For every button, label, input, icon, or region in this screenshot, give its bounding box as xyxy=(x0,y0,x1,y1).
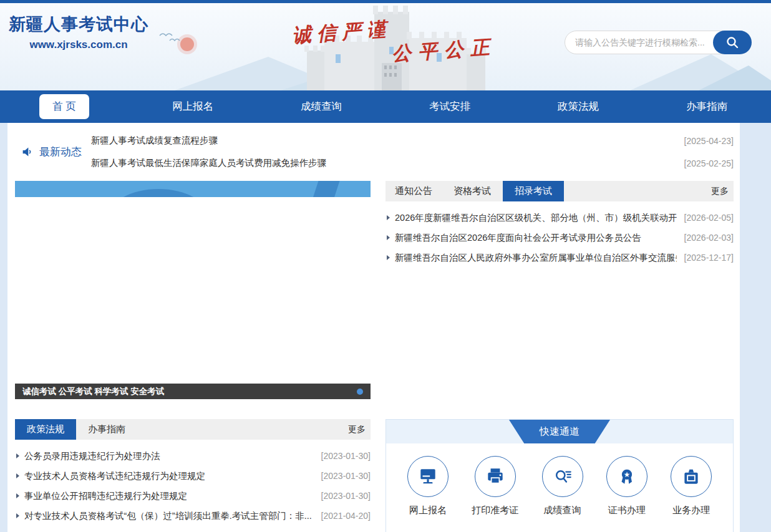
carousel-indicator-dot[interactable] xyxy=(357,389,363,395)
list-item: 公务员录用违规违纪行为处理办法 [2023-01-30] xyxy=(16,446,371,466)
bullet-triangle-icon xyxy=(16,453,19,458)
news-date: [2023-01-30] xyxy=(321,471,371,481)
news-date: [2023-01-30] xyxy=(321,491,371,501)
latest-news-header: 最新动态 xyxy=(15,145,91,159)
medal-icon: ★ xyxy=(616,466,638,487)
nav-item-label: 成绩查询 xyxy=(301,100,342,114)
main-navigation: 首 页 网上报名 成绩查询 考试安排 政策法规 办事指南 xyxy=(0,90,771,123)
notice-panel: 通知公告 资格考试 招录考试 更多 2026年度新疆维吾尔自治区区级机关、部分地… xyxy=(385,181,734,399)
nav-item-exam-schedule[interactable]: 考试安排 xyxy=(385,90,514,123)
quick-channel-title-badge: 快速通道 xyxy=(509,420,610,443)
tab-qualification-exams[interactable]: 资格考试 xyxy=(444,181,500,201)
nav-item-home[interactable]: 首 页 xyxy=(0,90,128,123)
printer-icon xyxy=(485,466,506,487)
news-link[interactable]: 对专业技术人员资格考试“包（保）过”培训须出重拳.考试主管部门：非... xyxy=(24,510,314,522)
news-date: [2023-01-30] xyxy=(321,451,371,461)
tab-policies[interactable]: 政策法规 xyxy=(15,419,76,440)
list-item: 新疆维吾尔自治区人民政府外事办公室所属事业单位自治区外事交流服务... [202… xyxy=(387,248,734,268)
news-date: [2025-12-17] xyxy=(684,253,734,263)
search-button[interactable] xyxy=(713,31,752,54)
news-link[interactable]: 公务员录用违规违纪行为处理办法 xyxy=(24,450,314,462)
news-link[interactable]: 事业单位公开招聘违纪违规行为处理规定 xyxy=(24,490,314,502)
latest-news-section: 最新动态 新疆人事考试成绩复查流程步骤 [2025-04-23] 新疆人事考试最… xyxy=(15,123,734,181)
policy-more-link[interactable]: 更多 xyxy=(343,419,371,440)
site-header: 新疆人事考试中心 www.xjrsks.com.cn 诚信严谨 公平公正 xyxy=(0,3,771,90)
site-logo[interactable]: 新疆人事考试中心 www.xjrsks.com.cn xyxy=(9,13,148,51)
notice-more-link[interactable]: 更多 xyxy=(706,181,734,201)
notice-tabbar: 通知公告 资格考试 招录考试 更多 xyxy=(385,181,734,201)
nav-item-service-guide[interactable]: 办事指南 xyxy=(642,90,771,123)
nav-item-label: 网上报名 xyxy=(172,100,213,114)
nav-item-online-registration[interactable]: 网上报名 xyxy=(128,90,257,123)
quick-channel-panel: 快速通道 网上报名 xyxy=(385,419,734,532)
quick-circle: ★ xyxy=(606,456,647,497)
bullet-triangle-icon xyxy=(16,473,19,478)
main-content: 最新动态 新疆人事考试成绩复查流程步骤 [2025-04-23] 新疆人事考试最… xyxy=(7,123,740,532)
carousel-image-shape xyxy=(308,181,341,197)
bullet-triangle-icon xyxy=(16,493,19,498)
news-link[interactable]: 新疆维吾尔自治区2026年度面向社会公开考试录用公务员公告 xyxy=(395,232,677,244)
quick-link-print-admission-ticket[interactable]: 打印准考证 xyxy=(472,456,518,516)
latest-news-list: 新疆人事考试成绩复查流程步骤 [2025-04-23] 新疆人事考试最低生活保障… xyxy=(91,130,734,175)
quick-channel-title: 快速通道 xyxy=(540,425,579,438)
quick-link-label: 成绩查询 xyxy=(544,505,581,516)
list-item: 专业技术人员资格考试违纪违规行为处理规定 [2023-01-30] xyxy=(16,466,371,486)
svg-text:★: ★ xyxy=(624,470,630,478)
tab-notices[interactable]: 通知公告 xyxy=(385,181,442,201)
news-link[interactable]: 新疆人事考试最低生活保障家庭人员考试费用减免操作步骤 xyxy=(91,157,326,169)
monitor-icon xyxy=(417,466,439,487)
search-bar xyxy=(565,31,752,54)
quick-channel-items: 网上报名 打印准考证 xyxy=(386,443,733,516)
news-link[interactable]: 2026年度新疆维吾尔自治区区级机关、部分地（州、市）级机关联动开... xyxy=(395,212,677,224)
quick-circle xyxy=(671,456,712,497)
tab-service-guide[interactable]: 办事指南 xyxy=(79,419,135,440)
carousel-caption: 诚信考试 公平考试 科学考试 安全考试 xyxy=(22,386,164,397)
nav-item-label: 考试安排 xyxy=(429,100,470,114)
quick-circle xyxy=(542,456,583,497)
quick-link-label: 打印准考证 xyxy=(472,505,518,516)
tab-recruitment-exams[interactable]: 招录考试 xyxy=(503,181,564,201)
banner-carousel[interactable]: 诚信考试 公平考试 科学考试 安全考试 xyxy=(15,181,371,399)
quick-circle xyxy=(475,456,516,497)
bullet-triangle-icon xyxy=(387,235,390,240)
list-item: 2026年度新疆维吾尔自治区区级机关、部分地（州、市）级机关联动开... [20… xyxy=(387,208,734,228)
news-date: [2025-02-25] xyxy=(684,158,734,168)
site-url: www.xjrsks.com.cn xyxy=(9,39,148,51)
quick-link-label: 网上报名 xyxy=(409,505,447,516)
news-date: [2026-02-05] xyxy=(684,213,734,223)
nav-item-policies[interactable]: 政策法规 xyxy=(514,90,642,123)
quick-link-business-service[interactable]: 业务办理 xyxy=(671,456,712,516)
quick-link-online-registration[interactable]: 网上报名 xyxy=(407,456,449,516)
policy-list: 公务员录用违规违纪行为处理办法 [2023-01-30] 专业技术人员资格考试违… xyxy=(15,440,371,526)
news-date: [2026-02-03] xyxy=(684,233,734,243)
list-item: 新疆维吾尔自治区2026年度面向社会公开考试录用公务员公告 [2026-02-0… xyxy=(387,228,734,248)
news-link[interactable]: 专业技术人员资格考试违纪违规行为处理规定 xyxy=(24,470,314,482)
quick-link-label: 业务办理 xyxy=(672,505,710,516)
quick-circle xyxy=(407,456,449,497)
latest-news-label: 最新动态 xyxy=(39,145,82,159)
news-link[interactable]: 新疆人事考试成绩复查流程步骤 xyxy=(91,135,218,147)
quick-link-label: 证书办理 xyxy=(608,505,646,516)
list-item: 新疆人事考试成绩复查流程步骤 [2025-04-23] xyxy=(91,130,734,152)
quick-link-certificate-service[interactable]: ★ 证书办理 xyxy=(606,456,647,516)
nav-item-label: 办事指南 xyxy=(686,100,727,114)
news-link[interactable]: 新疆维吾尔自治区人民政府外事办公室所属事业单位自治区外事交流服务... xyxy=(395,252,677,264)
nav-item-label: 政策法规 xyxy=(558,100,599,114)
news-date: [2025-04-23] xyxy=(684,136,734,146)
content-grid: 诚信考试 公平考试 科学考试 安全考试 通知公告 资格考试 招录考试 更多 20… xyxy=(15,181,734,532)
news-date: [2021-04-20] xyxy=(321,511,371,521)
site-title: 新疆人事考试中心 xyxy=(9,13,148,36)
list-item: 新疆人事考试最低生活保障家庭人员考试费用减免操作步骤 [2025-02-25] xyxy=(91,152,734,175)
quick-channel-header: 快速通道 xyxy=(386,420,733,443)
list-item: 对专业技术人员资格考试“包（保）过”培训须出重拳.考试主管部门：非... [20… xyxy=(16,506,371,526)
speaker-icon xyxy=(21,145,34,158)
quick-link-score-query[interactable]: 成绩查询 xyxy=(542,456,583,516)
nav-item-label: 首 页 xyxy=(39,94,89,119)
carousel-image-shape xyxy=(109,189,208,197)
bullet-triangle-icon xyxy=(387,255,390,260)
policy-panel: 政策法规 办事指南 更多 公务员录用违规违纪行为处理办法 [2023-01-30… xyxy=(15,419,371,532)
score-search-icon xyxy=(552,466,573,487)
policy-tabbar: 政策法规 办事指南 更多 xyxy=(15,419,371,440)
nav-item-score-query[interactable]: 成绩查询 xyxy=(257,90,385,123)
carousel-image xyxy=(15,181,371,197)
